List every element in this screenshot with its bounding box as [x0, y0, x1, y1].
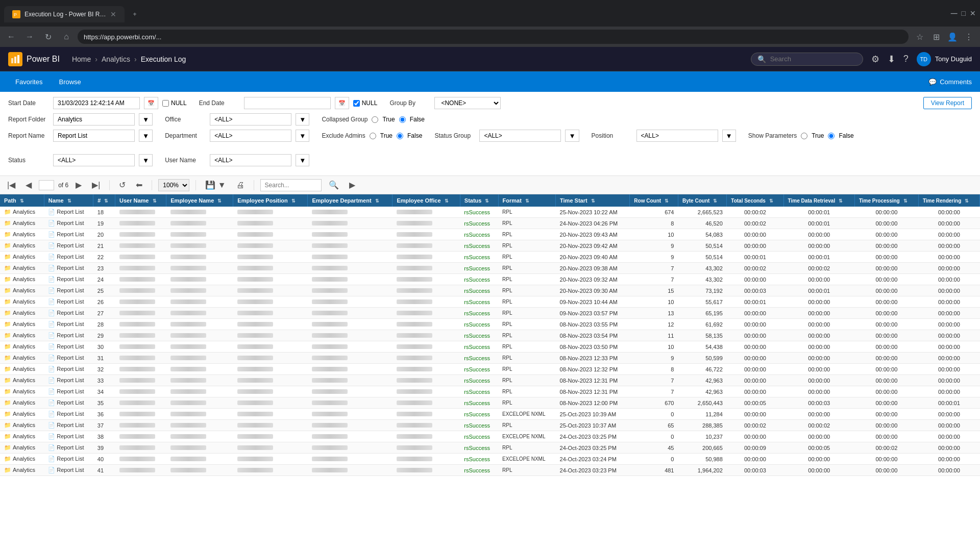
col-row-count[interactable]: Row Count ⇅: [630, 194, 678, 207]
cell-employee-name: [166, 319, 233, 330]
status-input[interactable]: [53, 154, 135, 166]
breadcrumb-home[interactable]: Home: [72, 55, 91, 63]
col-path[interactable]: Path ⇅: [0, 194, 44, 207]
menu-btn[interactable]: ⋮: [962, 30, 976, 44]
bookmark-btn[interactable]: ☆: [913, 30, 927, 44]
cell-num: 32: [93, 364, 115, 375]
first-page-btn[interactable]: |◀: [4, 179, 18, 191]
breadcrumb-analytics[interactable]: Analytics: [102, 55, 130, 63]
col-time-start[interactable]: Time Start ⇅: [556, 194, 630, 207]
col-byte-count[interactable]: Byte Count ⇅: [678, 194, 726, 207]
showparams-false-radio[interactable]: [828, 133, 835, 139]
view-report-btn[interactable]: View Report: [923, 97, 972, 109]
new-tab-btn[interactable]: +: [127, 6, 143, 22]
export-btn[interactable]: 💾 ▼: [202, 179, 229, 191]
position-dropdown[interactable]: ▼: [722, 130, 736, 142]
nav-comments[interactable]: 💬 Comments: [928, 78, 972, 86]
nav-favorites[interactable]: Favorites: [8, 75, 50, 89]
settings-icon[interactable]: ⚙: [871, 54, 879, 65]
end-date-calendar[interactable]: 📅: [335, 97, 349, 109]
report-folder-input[interactable]: [53, 113, 135, 126]
username-input[interactable]: [210, 154, 291, 166]
reload-btn[interactable]: ↻: [41, 30, 55, 44]
col-time-dr[interactable]: Time Data Retrieval ⇅: [783, 194, 854, 207]
download-icon[interactable]: ⬇: [888, 54, 895, 65]
tab-close-btn[interactable]: ✕: [110, 10, 116, 18]
prev-page-btn[interactable]: ◀: [22, 179, 35, 191]
refresh-btn[interactable]: ↺: [116, 179, 129, 191]
print-btn[interactable]: 🖨: [233, 180, 248, 191]
col-num[interactable]: # ⇅: [93, 194, 115, 207]
collapsed-true-radio[interactable]: [372, 116, 378, 123]
help-icon[interactable]: ?: [903, 54, 909, 64]
office-dropdown[interactable]: ▼: [296, 113, 309, 126]
username-dropdown[interactable]: ▼: [296, 154, 309, 166]
col-employee-office[interactable]: Employee Office ⇅: [393, 194, 460, 207]
maximize-btn[interactable]: □: [962, 9, 966, 17]
col-name[interactable]: Name ⇅: [44, 194, 93, 207]
office-input[interactable]: [210, 113, 291, 126]
col-status[interactable]: Status ⇅: [460, 194, 498, 207]
report-search-next[interactable]: ▶: [346, 179, 358, 191]
department-dropdown[interactable]: ▼: [296, 130, 309, 142]
status-group-dropdown[interactable]: ▼: [565, 130, 579, 142]
end-null-checkbox[interactable]: [353, 100, 360, 107]
col-time-proc[interactable]: Time Processing ⇅: [854, 194, 918, 207]
col-employee-position[interactable]: Employee Position ⇅: [233, 194, 308, 207]
minimize-btn[interactable]: ─: [951, 8, 958, 19]
showparams-true-radio[interactable]: [801, 133, 807, 139]
status-dropdown[interactable]: ▼: [139, 154, 153, 166]
toolbar-sep-1: [109, 180, 110, 190]
search-box[interactable]: 🔍: [751, 53, 863, 66]
user-menu[interactable]: TD Tony Duguid: [917, 52, 972, 66]
report-folder-dropdown[interactable]: ▼: [139, 113, 153, 126]
breadcrumb-sep-2: ›: [134, 55, 137, 63]
cell-username: [115, 218, 166, 229]
zoom-select[interactable]: 100% 75% 125% 150%: [158, 179, 189, 191]
report-name-input[interactable]: [53, 130, 135, 142]
start-date-calendar[interactable]: 📅: [144, 97, 158, 109]
cell-byte-count: 50,514: [678, 240, 726, 252]
report-search-btn[interactable]: 🔍: [326, 179, 342, 191]
last-page-btn[interactable]: ▶|: [89, 179, 103, 191]
report-name-dropdown[interactable]: ▼: [139, 130, 153, 142]
position-input[interactable]: [636, 130, 718, 142]
nav-browse[interactable]: Browse: [52, 75, 88, 89]
excladmin-false-radio[interactable]: [397, 133, 403, 139]
extension-btn[interactable]: ⊞: [929, 30, 943, 44]
search-input[interactable]: [770, 55, 852, 63]
col-time-rend[interactable]: Time Rendering ⇅: [918, 194, 979, 207]
active-tab[interactable]: P Execution Log - Power BI Repo... ✕: [4, 6, 125, 22]
cell-employee-name: [166, 364, 233, 375]
next-page-btn[interactable]: ▶: [72, 179, 85, 191]
table-row: 📁Analytics 📄Report List 33 rsSuccess RPL…: [0, 375, 980, 386]
home-btn[interactable]: ⌂: [59, 30, 74, 44]
address-bar[interactable]: [78, 30, 909, 44]
back-btn[interactable]: ←: [4, 30, 18, 44]
end-date-input[interactable]: [244, 97, 331, 109]
col-username[interactable]: User Name ⇅: [115, 194, 166, 207]
group-by-select[interactable]: <NONE> Report User: [434, 97, 501, 109]
cell-time-rend: 00:00:00: [918, 207, 979, 218]
back-btn-toolbar[interactable]: ⬅: [133, 179, 145, 191]
cell-time-dr: 00:00:00: [783, 296, 854, 308]
start-date-input[interactable]: [53, 97, 140, 109]
close-window-btn[interactable]: ✕: [970, 9, 976, 17]
excladmin-true-radio[interactable]: [370, 133, 376, 139]
cell-time-start: 20-Nov-2023 09:32 AM: [556, 274, 630, 285]
col-format[interactable]: Format ⇅: [498, 194, 556, 207]
profile-btn[interactable]: 👤: [945, 30, 960, 44]
table-container[interactable]: Path ⇅ Name ⇅ # ⇅ User Name ⇅ Employee N…: [0, 194, 980, 551]
department-input[interactable]: [210, 130, 291, 142]
status-group-input[interactable]: [479, 130, 561, 142]
collapsed-false-radio[interactable]: [399, 116, 406, 123]
cell-num: 23: [93, 263, 115, 274]
forward-btn[interactable]: →: [22, 30, 37, 44]
cell-status: rsSuccess: [460, 353, 498, 364]
col-total-sec[interactable]: Total Seconds ⇅: [727, 194, 783, 207]
col-employee-name[interactable]: Employee Name ⇅: [166, 194, 233, 207]
page-number-input[interactable]: 1: [39, 180, 54, 190]
col-employee-dept[interactable]: Employee Department ⇅: [308, 194, 393, 207]
report-search-input[interactable]: [260, 179, 322, 191]
start-null-checkbox[interactable]: [162, 100, 169, 107]
